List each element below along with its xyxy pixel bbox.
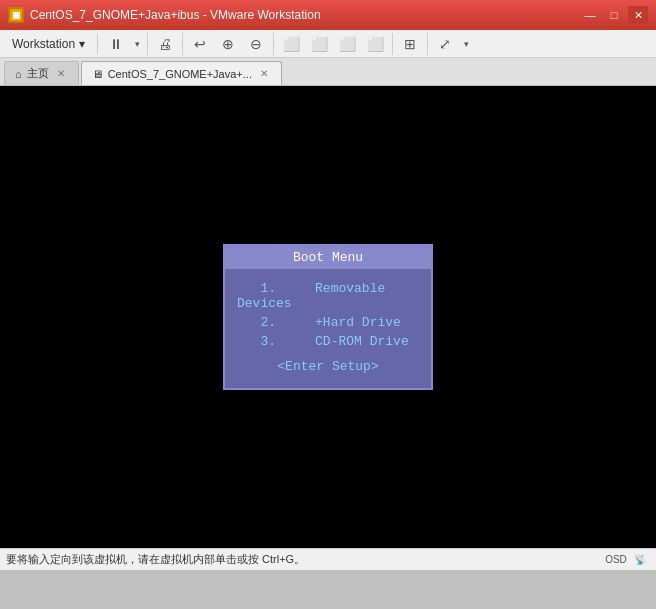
revert-button[interactable]: ↩	[186, 30, 214, 58]
maximize-button[interactable]: □	[604, 6, 624, 24]
boot-item-2: 2. +Hard Drive	[237, 313, 419, 332]
boot-item-1: 1. Removable Devices	[237, 279, 419, 313]
status-icons: OSD 📡	[606, 552, 650, 568]
toolbar-sep-2	[182, 33, 183, 55]
workstation-menu[interactable]: Workstation ▾	[4, 34, 93, 54]
vm-display-btn2[interactable]: ⬜	[305, 30, 333, 58]
vm-tab-close[interactable]: ✕	[257, 67, 271, 81]
app-icon: ▣	[8, 7, 24, 23]
home-tab-icon: ⌂	[15, 68, 22, 80]
fullscreen-dropdown-button[interactable]: ▾	[459, 30, 473, 58]
tab-bar: ⌂ 主页 ✕ 🖥 CentOS_7_GNOME+Java+... ✕	[0, 58, 656, 86]
workstation-label: Workstation	[12, 37, 75, 51]
fullscreen-button[interactable]: ⤢	[431, 30, 459, 58]
window-title: CentOS_7_GNOME+Java+ibus - VMware Workst…	[30, 8, 321, 22]
boot-menu-enter-setup: <Enter Setup>	[237, 351, 419, 378]
snapshot-plus-button[interactable]: ⊕	[214, 30, 242, 58]
snapshot-minus-button[interactable]: ⊖	[242, 30, 270, 58]
menu-separator	[97, 34, 98, 54]
home-tab-close[interactable]: ✕	[54, 67, 68, 81]
console-button[interactable]: ⊞	[396, 30, 424, 58]
boot-menu-body: 1. Removable Devices 2. +Hard Drive 3. C…	[225, 269, 431, 388]
pause-button[interactable]: ⏸	[102, 30, 130, 58]
title-bar-left: ▣ CentOS_7_GNOME+Java+ibus - VMware Work…	[8, 7, 321, 23]
boot-menu-header: Boot Menu	[225, 246, 431, 269]
tab-home[interactable]: ⌂ 主页 ✕	[4, 61, 79, 85]
toolbar-group: ⏸ ▾ 🖨 ↩ ⊕ ⊖ ⬜ ⬜ ⬜ ⬜ ⊞ ⤢ ▾	[102, 30, 473, 58]
toolbar-sep-5	[427, 33, 428, 55]
vm-tab-icon: 🖥	[92, 68, 103, 80]
pause-dropdown-button[interactable]: ▾	[130, 30, 144, 58]
toolbar-sep-3	[273, 33, 274, 55]
home-tab-label: 主页	[27, 66, 49, 81]
title-bar: ▣ CentOS_7_GNOME+Java+ibus - VMware Work…	[0, 0, 656, 30]
toolbar-sep-4	[392, 33, 393, 55]
boot-menu: Boot Menu 1. Removable Devices 2. +Hard …	[223, 244, 433, 390]
vm-tab-label: CentOS_7_GNOME+Java+...	[108, 68, 252, 80]
boot-item-3: 3. CD-ROM Drive	[237, 332, 419, 351]
osd-icon: OSD	[606, 552, 626, 568]
print-button[interactable]: 🖨	[151, 30, 179, 58]
workstation-dropdown-icon: ▾	[79, 37, 85, 51]
network-icon: 📡	[630, 552, 650, 568]
minimize-button[interactable]: —	[580, 6, 600, 24]
close-button[interactable]: ✕	[628, 6, 648, 24]
vm-display-btn4[interactable]: ⬜	[361, 30, 389, 58]
status-bar: 要将输入定向到该虚拟机，请在虚拟机内部单击或按 Ctrl+G。 OSD 📡	[0, 548, 656, 570]
vm-display-btn1[interactable]: ⬜	[277, 30, 305, 58]
vm-screen[interactable]: Boot Menu 1. Removable Devices 2. +Hard …	[0, 86, 656, 548]
vm-display-btn3[interactable]: ⬜	[333, 30, 361, 58]
status-text: 要将输入定向到该虚拟机，请在虚拟机内部单击或按 Ctrl+G。	[6, 552, 606, 567]
tab-vm[interactable]: 🖥 CentOS_7_GNOME+Java+... ✕	[81, 61, 282, 85]
toolbar-sep-1	[147, 33, 148, 55]
title-bar-controls: — □ ✕	[580, 6, 648, 24]
menu-bar: Workstation ▾ ⏸ ▾ 🖨 ↩ ⊕ ⊖ ⬜ ⬜ ⬜ ⬜ ⊞ ⤢ ▾	[0, 30, 656, 58]
